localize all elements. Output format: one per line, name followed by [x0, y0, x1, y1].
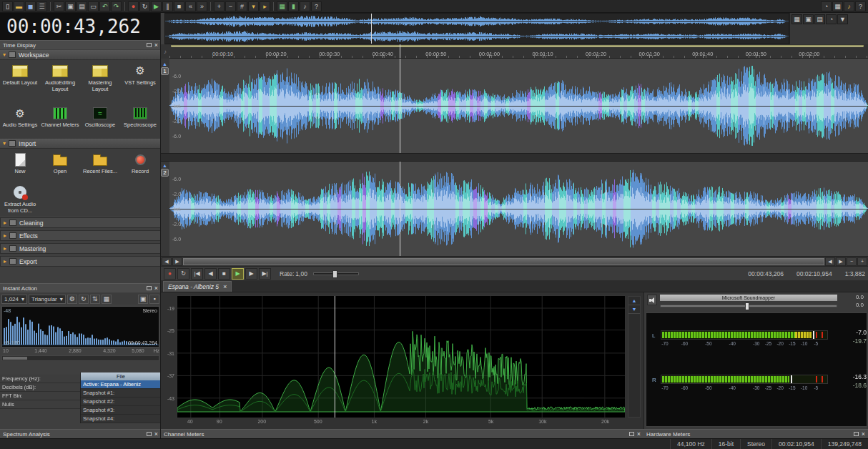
trim-icon[interactable]: ▭	[88, 1, 99, 11]
waveform-channel-1[interactable]: -6.0-2.0-Inf.-2.0-6.0	[169, 59, 868, 153]
scroll-right-icon[interactable]: −	[847, 257, 857, 266]
refresh-icon[interactable]: ↻	[79, 295, 89, 304]
record-icon[interactable]: ●	[128, 1, 139, 11]
marker-drop-icon[interactable]: ▾	[248, 1, 259, 11]
clock-icon[interactable]: ◔	[821, 1, 832, 11]
redo-icon[interactable]: ↷	[111, 1, 122, 11]
time-ruler[interactable]: 00:00:1000:00:2000:00:3000:00:4000:00:50…	[169, 44, 868, 59]
file-row[interactable]: Snapshot #2:	[81, 398, 161, 406]
script-icon[interactable]: ♪	[300, 1, 310, 11]
workspace-item-default-layout[interactable]: Default Layout	[0, 60, 40, 102]
copy-icon[interactable]: ▣	[65, 1, 76, 11]
spectrum-scroll-strip[interactable]: ▲ ▼	[628, 296, 641, 418]
close-icon[interactable]: ×	[223, 284, 227, 290]
fft-size-dropdown[interactable]: 1,024 ▾	[1, 295, 27, 304]
workspace-item-channel-meters[interactable]: Channel Meters	[40, 102, 80, 139]
settings-icon[interactable]: ⚙	[67, 295, 77, 304]
rate-slider[interactable]	[313, 272, 359, 275]
file-overview-canvas[interactable]	[165, 14, 789, 44]
spectrum-tool-icon[interactable]: ▦	[277, 1, 287, 11]
save-file-icon[interactable]: ◼	[25, 1, 36, 11]
close-icon[interactable]: ×	[637, 431, 641, 438]
document-tab[interactable]: Espana - Albeniz 5 ×	[163, 281, 232, 292]
scroll-right-icon[interactable]: ▶	[836, 257, 846, 266]
scroll-right-icon[interactable]: ◀	[825, 257, 835, 266]
output-device-label[interactable]: Microsoft Soundmapper	[660, 295, 837, 301]
file-properties-icon[interactable]: ☰	[36, 1, 47, 11]
loop-playback-button[interactable]: ↻	[177, 268, 189, 280]
sync-icon[interactable]: ⇅	[90, 295, 100, 304]
scroll-right-icon[interactable]: +	[857, 257, 867, 266]
forward-icon[interactable]: »	[197, 1, 207, 11]
region-icon[interactable]: ▸	[260, 1, 270, 11]
float-icon[interactable]	[854, 432, 859, 436]
close-icon[interactable]: ×	[154, 42, 158, 49]
file-row[interactable]: Snapshot #4:	[81, 415, 161, 423]
loop-icon[interactable]: ↻	[139, 1, 150, 11]
workspace-item-oscilloscope[interactable]: ≈Oscilloscope	[80, 102, 120, 139]
float-window-icon[interactable]: ▣	[803, 14, 814, 24]
scroll-arrow-icon[interactable]: ▲	[162, 61, 167, 66]
rewind-icon[interactable]: «	[185, 1, 196, 11]
waveform-channel-2-canvas[interactable]	[169, 162, 868, 256]
dock-icon[interactable]: ▤	[814, 14, 825, 24]
new-file-icon[interactable]: ▯	[2, 1, 13, 11]
output-gain-slider[interactable]	[660, 305, 837, 307]
scroll-arrow-icon[interactable]: ▲	[162, 163, 167, 168]
zoom-in-icon[interactable]: +	[214, 1, 225, 11]
section-mastering[interactable]: ▸Mastering	[0, 243, 161, 254]
next-marker-button[interactable]: ▶	[245, 268, 257, 280]
channel-divider[interactable]	[161, 153, 868, 162]
scroll-left-icon[interactable]: ◀	[162, 257, 172, 266]
go-to-start-button[interactable]: |◀	[191, 268, 203, 280]
import-item-new-file[interactable]: New	[0, 149, 40, 182]
section-export[interactable]: ▸Export	[0, 256, 161, 267]
cut-icon[interactable]: ✂	[54, 1, 64, 11]
waveform-channel-2[interactable]: -6.0-2.0-Inf.-2.0-6.0	[169, 162, 868, 256]
workspace-item-vst-settings[interactable]: ⚙VST Settings	[120, 60, 160, 102]
stop-icon[interactable]: ■	[174, 1, 184, 11]
meters-tool-icon[interactable]: ▮	[288, 1, 299, 11]
file-row[interactable]: Snapshot #1:	[81, 389, 161, 398]
workspace-item-spectroscope[interactable]: Spectroscope	[120, 102, 160, 139]
mini-spectrum-scrollbar[interactable]	[1, 355, 159, 361]
hold-icon[interactable]: ▪	[149, 295, 159, 304]
rate-slider-thumb[interactable]	[332, 270, 337, 278]
file-row[interactable]: Snapshot #3:	[81, 406, 161, 415]
plugin-chain-icon[interactable]: ♪	[844, 1, 854, 11]
paste-icon[interactable]: ▤	[77, 1, 87, 11]
float-icon[interactable]	[147, 43, 152, 47]
snapshot-icon[interactable]: ▣	[138, 295, 148, 304]
workspace-section-header[interactable]: ▾ Workspace	[0, 50, 161, 60]
workspace-item-audio-settings[interactable]: ⚙Audio Settings	[0, 102, 40, 139]
zoom-out-icon[interactable]: −	[225, 1, 236, 11]
workspace-item-audioediting-layout[interactable]: AudioEditing Layout	[40, 60, 80, 102]
scroll-down-icon[interactable]: ▼	[628, 305, 640, 314]
import-item-extract-audio-cd[interactable]: Extract Audio from CD...	[0, 182, 40, 216]
snap-icon[interactable]: #	[237, 1, 247, 11]
output-gain-thumb[interactable]	[745, 302, 749, 310]
go-to-end-button[interactable]: ▶|	[259, 268, 271, 280]
import-item-record-file[interactable]: Record	[120, 149, 160, 182]
window-type-dropdown[interactable]: Triangular ▾	[29, 295, 66, 304]
stop-button[interactable]: ■	[218, 268, 230, 280]
scroll-left-icon[interactable]: ▶	[172, 257, 182, 266]
play-icon[interactable]: ▶	[151, 1, 162, 11]
float-icon[interactable]	[147, 286, 152, 290]
help-window-icon[interactable]: ?	[855, 1, 866, 11]
section-cleaning[interactable]: ▸Cleaning	[0, 217, 161, 228]
float-icon[interactable]	[147, 432, 152, 436]
wave-scrollbar[interactable]: ◀▶◀▶−+	[161, 256, 868, 266]
help-icon[interactable]: ?	[311, 1, 322, 11]
close-icon[interactable]: ×	[154, 431, 158, 438]
file-overview[interactable]	[164, 13, 789, 44]
file-row[interactable]: Active: Espana - Albeniz	[81, 380, 161, 389]
scroll-thumb[interactable]	[3, 357, 27, 360]
layout-switch-icon[interactable]: ▦	[832, 1, 843, 11]
loop-region-bar[interactable]	[171, 45, 864, 47]
pause-icon[interactable]: ∥	[162, 1, 173, 11]
grid-toggle-icon[interactable]: ▦	[102, 295, 112, 304]
section-effects[interactable]: ▸Effects	[0, 230, 161, 241]
scrollbar-thumb[interactable]	[183, 258, 824, 265]
undo-icon[interactable]: ↶	[99, 1, 110, 11]
